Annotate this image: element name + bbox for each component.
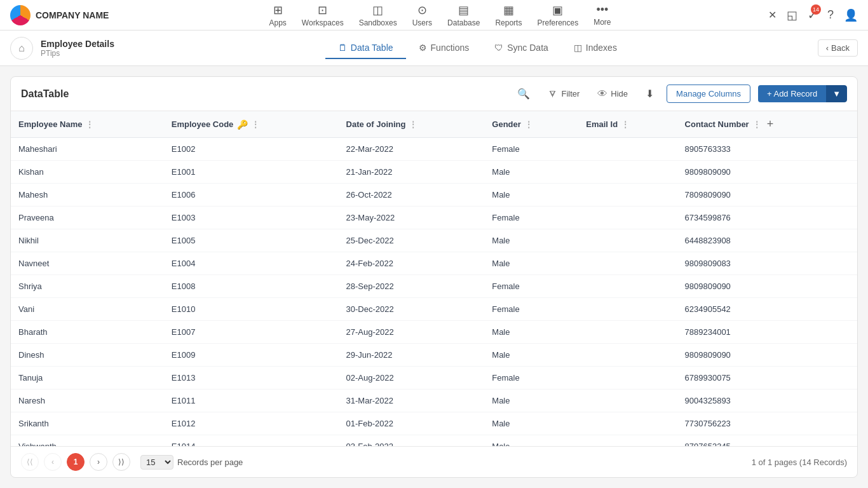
col-menu-email-id[interactable]: ⋮ [621, 120, 629, 129]
table-row[interactable]: PraveenaE100323-May-2022Female6734599876 [11, 207, 857, 229]
table-row[interactable]: VaniE101030-Dec-2022Female6234905542 [11, 298, 857, 321]
checkmark-badge-icon[interactable]: ✓ 14 [808, 8, 817, 22]
user-icon[interactable]: 👤 [844, 8, 858, 22]
back-button[interactable]: ‹ Back [818, 39, 858, 57]
company-logo [10, 5, 31, 25]
hide-button[interactable]: 👁 Hide [592, 85, 633, 103]
breadcrumb-area: ⌂ Employee Details PTips [10, 37, 137, 60]
table-row[interactable]: NareshE101131-Mar-2022Male9004325893 [11, 390, 857, 412]
sub-header: ⌂ Employee Details PTips 🗒 Data Table ⚙ … [0, 30, 868, 66]
col-header-employee-code: Employee Code 🔑 ⋮ [164, 111, 339, 138]
table-row[interactable]: MaheshE100626-Oct-2022Male7809809090 [11, 184, 857, 207]
nav-item-database[interactable]: ▤ Database [447, 3, 480, 27]
nav-item-reports[interactable]: ▦ Reports [495, 3, 522, 27]
search-button[interactable]: 🔍 [512, 85, 535, 103]
cell-gender-4: Male [484, 229, 578, 252]
sandboxes-icon: ◫ [372, 3, 383, 17]
notifications-icon[interactable]: ◱ [787, 8, 797, 22]
prev-page-button[interactable]: ‹ [44, 453, 62, 471]
add-record-wrapper: + Add Record ▼ [758, 85, 847, 102]
badge-count: 14 [811, 4, 821, 15]
cell-contact_number-3: 6734599876 [677, 207, 857, 229]
table-header: Employee Name ⋮ Employee Code 🔑 ⋮ [11, 111, 857, 138]
table-row[interactable]: DineshE100929-Jun-2022Male9809809090 [11, 344, 857, 367]
close-button[interactable]: ✕ [768, 9, 776, 21]
cell-employee_name-3: Praveena [11, 207, 164, 229]
nav-label-more: More [593, 18, 611, 27]
data-table-tab-icon: 🗒 [338, 43, 347, 53]
home-icon[interactable]: ⌂ [10, 37, 33, 60]
nav-label-apps: Apps [269, 18, 286, 27]
cell-date_of_joining-1: 21-Jan-2022 [339, 161, 485, 184]
table-row[interactable]: ShriyaE100828-Sep-2022Female9809809090 [11, 275, 857, 298]
current-page-button[interactable]: 1 [67, 453, 85, 471]
cell-gender-1: Male [484, 161, 578, 184]
col-menu-date-of-joining[interactable]: ⋮ [409, 120, 417, 129]
nav-label-reports: Reports [495, 18, 522, 27]
nav-item-more[interactable]: ••• More [593, 3, 611, 27]
top-nav: COMPANY NAME ⊞ Apps ⊡ Workspaces ◫ Sandb… [0, 0, 868, 30]
cell-email_id-4 [578, 229, 677, 252]
table-row[interactable]: TanujaE101302-Aug-2022Female6789930075 [11, 367, 857, 390]
cell-employee_name-1: Kishan [11, 161, 164, 184]
cell-contact_number-8: 7889234001 [677, 321, 857, 344]
table-row[interactable]: NikhilE100525-Dec-2022Male6448823908 [11, 229, 857, 252]
download-button[interactable]: ⬇ [641, 85, 659, 103]
table-body: MaheshariE100222-Mar-2022Female890576333… [11, 138, 857, 447]
nav-item-users[interactable]: ⊙ Users [412, 3, 432, 27]
cell-gender-7: Female [484, 298, 578, 321]
add-record-button[interactable]: + Add Record [758, 85, 826, 102]
cell-email_id-5 [578, 252, 677, 275]
cell-contact_number-10: 6789930075 [677, 367, 857, 390]
table-header-row: Employee Name ⋮ Employee Code 🔑 ⋮ [11, 111, 857, 138]
cell-email_id-10 [578, 367, 677, 390]
cell-gender-2: Male [484, 184, 578, 207]
cell-gender-5: Male [484, 252, 578, 275]
cell-employee_name-7: Vani [11, 298, 164, 321]
add-record-dropdown-button[interactable]: ▼ [826, 85, 847, 102]
next-page-button[interactable]: › [90, 453, 107, 471]
table-row[interactable]: VishwanthE101403-Feb-2022Male8797653345 [11, 435, 857, 447]
table-row[interactable]: SrikanthE101201-Feb-2022Male7730756223 [11, 412, 857, 435]
cell-email_id-7 [578, 298, 677, 321]
nav-item-apps[interactable]: ⊞ Apps [269, 3, 286, 27]
manage-columns-button[interactable]: Manage Columns [667, 85, 750, 103]
nav-item-workspaces[interactable]: ⊡ Workspaces [302, 3, 344, 27]
nav-label-users: Users [412, 18, 432, 27]
nav-item-preferences[interactable]: ▣ Preferences [537, 3, 578, 27]
table-row[interactable]: NavneetE100424-Feb-2022Male9809809083 [11, 252, 857, 275]
first-page-button[interactable]: ⟨⟨ [21, 453, 39, 471]
tab-sync-data[interactable]: 🛡 Sync Data [482, 37, 561, 59]
cell-employee_name-10: Tanuja [11, 367, 164, 390]
col-menu-employee-code[interactable]: ⋮ [252, 120, 259, 129]
cell-date_of_joining-4: 25-Dec-2022 [339, 229, 485, 252]
nav-item-sandboxes[interactable]: ◫ Sandboxes [359, 3, 397, 27]
col-menu-employee-name[interactable]: ⋮ [86, 120, 93, 129]
col-menu-gender[interactable]: ⋮ [525, 120, 532, 129]
col-header-employee-name: Employee Name ⋮ [11, 111, 164, 138]
filter-button[interactable]: ⛛ Filter [543, 85, 585, 103]
cell-contact_number-4: 6448823908 [677, 229, 857, 252]
table-row[interactable]: KishanE100121-Jan-2022Male9809809090 [11, 161, 857, 184]
functions-tab-label: Functions [431, 43, 470, 53]
table-row[interactable]: BharathE100727-Aug-2022Male7889234001 [11, 321, 857, 344]
col-header-date-of-joining: Date of Joining ⋮ [339, 111, 485, 138]
download-icon: ⬇ [646, 88, 654, 100]
table-row[interactable]: MaheshariE100222-Mar-2022Female890576333… [11, 138, 857, 161]
last-page-button[interactable]: ⟩⟩ [112, 453, 130, 471]
col-header-gender: Gender ⋮ [484, 111, 578, 138]
add-column-button[interactable]: + [764, 118, 776, 131]
records-per-page-select[interactable]: 15 25 50 100 [140, 455, 173, 470]
help-icon[interactable]: ? [827, 8, 834, 22]
tab-functions[interactable]: ⚙ Functions [406, 37, 482, 59]
nav-items: ⊞ Apps ⊡ Workspaces ◫ Sandboxes ⊙ Users … [132, 3, 748, 27]
cell-date_of_joining-9: 29-Jun-2022 [339, 344, 485, 367]
tab-indexes[interactable]: ◫ Indexes [561, 37, 630, 59]
cell-contact_number-1: 9809809090 [677, 161, 857, 184]
tab-data-table[interactable]: 🗒 Data Table [325, 37, 406, 59]
cell-contact_number-7: 6234905542 [677, 298, 857, 321]
col-menu-contact-number[interactable]: ⋮ [753, 120, 761, 129]
col-label-email-id: Email Id [586, 119, 618, 129]
back-label: Back [831, 43, 850, 53]
cell-email_id-12 [578, 412, 677, 435]
